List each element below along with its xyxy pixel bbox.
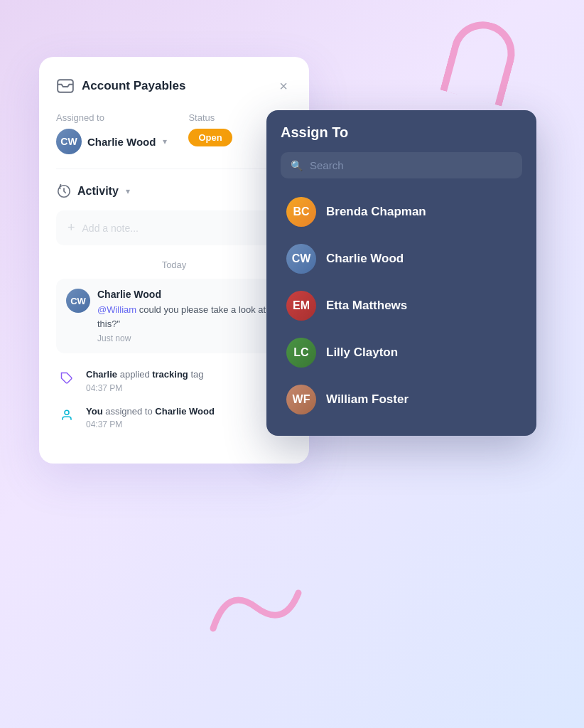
- status-group: Status Open: [188, 112, 232, 146]
- etta-name: Etta Matthews: [326, 299, 407, 313]
- add-note-placeholder: Add a note...: [82, 223, 139, 234]
- brenda-avatar: BC: [286, 197, 316, 227]
- activity-item-content-2: You assigned to Charlie Wood 04:37 PM: [86, 405, 215, 430]
- decorative-squiggle: [199, 572, 313, 643]
- charlie-dropdown-avatar: CW: [286, 244, 316, 274]
- add-note-area[interactable]: + Add a note...: [56, 210, 292, 245]
- close-button[interactable]: ×: [275, 77, 292, 95]
- assigned-user-name: Charlie Wood: [87, 136, 156, 148]
- activity-item-text: Charlie applied tracking tag: [86, 368, 204, 382]
- card-title-group: Account Payables: [56, 77, 185, 95]
- status-label: Status: [188, 112, 232, 123]
- divider: [56, 168, 292, 169]
- search-icon: 🔍: [291, 160, 303, 171]
- today-label: Today: [56, 259, 292, 270]
- card-header: Account Payables ×: [56, 77, 292, 95]
- activity-time-2: 04:37 PM: [86, 419, 215, 429]
- comment-text: @William could you please take a look at…: [97, 303, 282, 331]
- tag-icon: [56, 368, 77, 389]
- dropdown-title: Assign To: [281, 124, 522, 141]
- activity-chevron-icon: ▾: [126, 186, 130, 196]
- brenda-name: Brenda Chapman: [326, 205, 426, 219]
- person-item-etta[interactable]: EM Etta Matthews: [281, 284, 522, 328]
- person-item-lilly[interactable]: LC Lilly Clayton: [281, 331, 522, 375]
- william-avatar: WF: [286, 385, 316, 414]
- person-list: BC Brenda Chapman CW Charlie Wood EM Ett…: [281, 190, 522, 422]
- assigned-user[interactable]: CW Charlie Wood ▾: [56, 129, 167, 154]
- activity-icon: [56, 183, 72, 199]
- etta-avatar: EM: [286, 291, 316, 321]
- charlie-avatar: CW: [56, 129, 82, 154]
- activity-item-assign: You assigned to Charlie Wood 04:37 PM: [56, 405, 292, 430]
- activity-actor-2: You: [86, 406, 103, 417]
- inbox-icon: [56, 77, 75, 95]
- activity-time: 04:37 PM: [86, 383, 204, 393]
- comment-time: Just now: [97, 333, 282, 343]
- svg-rect-0: [58, 80, 73, 92]
- assigned-group: Assigned to CW Charlie Wood ▾: [56, 112, 167, 154]
- person-item-brenda[interactable]: BC Brenda Chapman: [281, 190, 522, 234]
- lilly-name: Lilly Clayton: [326, 346, 398, 360]
- charlie-dropdown-name: Charlie Wood: [326, 252, 404, 266]
- william-name: William Foster: [326, 392, 409, 407]
- activity-highlight: tracking: [152, 369, 188, 380]
- person-item-charlie[interactable]: CW Charlie Wood: [281, 237, 522, 281]
- activity-item-tag: Charlie applied tracking tag 04:37 PM: [56, 368, 292, 393]
- comment-card: CW Charlie Wood @William could you pleas…: [56, 279, 292, 353]
- assigned-label: Assigned to: [56, 112, 167, 123]
- search-box: 🔍: [281, 152, 522, 178]
- person-icon: [56, 405, 77, 426]
- svg-point-3: [65, 410, 69, 414]
- comment-author-avatar: CW: [66, 289, 90, 313]
- assign-dropdown: Assign To 🔍 BC Brenda Chapman CW Charlie…: [266, 110, 536, 436]
- activity-header: Activity ▾: [56, 183, 292, 199]
- plus-icon: +: [67, 220, 75, 235]
- activity-item-content: Charlie applied tracking tag 04:37 PM: [86, 368, 204, 393]
- comment-author-name: Charlie Wood: [97, 289, 282, 300]
- person-item-william[interactable]: WF William Foster: [281, 378, 522, 422]
- decorative-hook: [440, 14, 521, 107]
- activity-item-text-2: You assigned to Charlie Wood: [86, 405, 215, 419]
- activity-highlight-2: Charlie Wood: [155, 406, 215, 417]
- status-badge: Open: [188, 129, 232, 146]
- activity-actor: Charlie: [86, 369, 117, 380]
- comment-content: Charlie Wood @William could you please t…: [97, 289, 282, 343]
- chevron-down-icon: ▾: [163, 136, 167, 146]
- mention: @William: [97, 304, 136, 315]
- card-title: Account Payables: [82, 79, 185, 93]
- search-input[interactable]: [310, 159, 512, 171]
- activity-title: Activity: [77, 185, 119, 198]
- assigned-section: Assigned to CW Charlie Wood ▾ Status Ope…: [56, 112, 292, 154]
- lilly-avatar: LC: [286, 338, 316, 368]
